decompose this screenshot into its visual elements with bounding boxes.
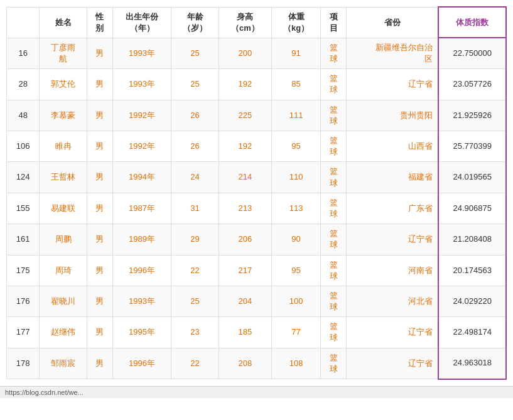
cell-sport: 篮球 — [321, 38, 347, 68]
cell-sport: 篮球 — [321, 224, 347, 255]
col-header-gender: 性别 — [87, 7, 113, 38]
table-row: 124王哲林男1994年24214110篮球福建省24.019565 — [7, 162, 507, 193]
col-header-province: 省份 — [347, 7, 439, 38]
table-row: 48李慕豪男1992年26225111篮球贵州贵阳21.925926 — [7, 100, 507, 131]
cell-sport: 篮球 — [321, 100, 347, 131]
col-header-sport: 项目 — [321, 7, 347, 38]
table-row: 176翟晓川男1993年25204100篮球河北省24.029220 — [7, 286, 507, 316]
cell-province: 辽宁省 — [347, 317, 439, 348]
cell-weight: 108 — [271, 348, 321, 379]
cell-birth_year: 1995年 — [112, 317, 171, 348]
cell-bmi: 24.019565 — [438, 162, 506, 193]
cell-name: 翟晓川 — [40, 286, 87, 316]
cell-birth_year: 1996年 — [112, 255, 171, 286]
cell-age: 29 — [171, 224, 219, 255]
cell-weight: 90 — [271, 224, 321, 255]
cell-province: 山西省 — [347, 131, 439, 162]
cell-age: 26 — [171, 100, 219, 131]
cell-name: 睢冉 — [40, 131, 87, 162]
cell-birth_year: 1993年 — [112, 286, 171, 316]
cell-gender: 男 — [87, 224, 113, 255]
cell-id: 16 — [7, 38, 40, 68]
cell-gender: 男 — [87, 38, 113, 68]
cell-height: 185 — [219, 317, 272, 348]
cell-height: 214 — [219, 162, 272, 193]
cell-province: 新疆维吾尔自治区 — [347, 38, 439, 68]
cell-gender: 男 — [87, 69, 113, 100]
cell-weight: 77 — [271, 317, 321, 348]
table-row: 178邹雨宸男1996年22208108篮球辽宁省24.963018 — [7, 348, 507, 379]
cell-gender: 男 — [87, 348, 113, 379]
cell-name: 赵继伟 — [40, 317, 87, 348]
table-row: 28郭艾伦男1993年2519285篮球辽宁省23.057726 — [7, 69, 507, 100]
cell-name: 丁彦雨航 — [40, 38, 87, 68]
cell-gender: 男 — [87, 162, 113, 193]
cell-weight: 95 — [271, 255, 321, 286]
cell-name: 周鹏 — [40, 224, 87, 255]
cell-gender: 男 — [87, 255, 113, 286]
cell-bmi: 23.057726 — [438, 69, 506, 100]
cell-height: 192 — [219, 69, 272, 100]
cell-province: 河南省 — [347, 255, 439, 286]
table-row: 16丁彦雨航男1993年2520091篮球新疆维吾尔自治区22.750000 — [7, 38, 507, 68]
table-header-row: 姓名 性别 出生年份（年） 年龄（岁） 身高（cm） 体重（kg） 项目 省份 … — [7, 7, 507, 38]
cell-birth_year: 1989年 — [112, 224, 171, 255]
cell-sport: 篮球 — [321, 317, 347, 348]
cell-birth_year: 1993年 — [112, 38, 171, 68]
cell-bmi: 21.208408 — [438, 224, 506, 255]
cell-province: 河北省 — [347, 286, 439, 316]
cell-weight: 100 — [271, 286, 321, 316]
cell-birth_year: 1992年 — [112, 100, 171, 131]
cell-age: 26 — [171, 131, 219, 162]
table-body: 16丁彦雨航男1993年2520091篮球新疆维吾尔自治区22.75000028… — [7, 38, 507, 379]
cell-weight: 91 — [271, 38, 321, 68]
cell-sport: 篮球 — [321, 286, 347, 316]
cell-sport: 篮球 — [321, 162, 347, 193]
cell-weight: 95 — [271, 131, 321, 162]
cell-height: 213 — [219, 193, 272, 223]
cell-province: 辽宁省 — [347, 224, 439, 255]
cell-age: 22 — [171, 255, 219, 286]
col-header-bmi: 体质指数 — [438, 7, 506, 38]
cell-id: 124 — [7, 162, 40, 193]
cell-height: 225 — [219, 100, 272, 131]
col-header-age: 年龄（岁） — [171, 7, 219, 38]
table-row: 161周鹏男1989年2920690篮球辽宁省21.208408 — [7, 224, 507, 255]
cell-age: 22 — [171, 348, 219, 379]
cell-birth_year: 1992年 — [112, 131, 171, 162]
cell-name: 郭艾伦 — [40, 69, 87, 100]
cell-gender: 男 — [87, 286, 113, 316]
cell-bmi: 24.029220 — [438, 286, 506, 316]
table-wrapper: 姓名 性别 出生年份（年） 年龄（岁） 身高（cm） 体重（kg） 项目 省份 … — [0, 0, 513, 386]
cell-age: 25 — [171, 69, 219, 100]
cell-name: 王哲林 — [40, 162, 87, 193]
table-row: 106睢冉男1992年2619295篮球山西省25.770399 — [7, 131, 507, 162]
cell-name: 易建联 — [40, 193, 87, 223]
cell-name: 李慕豪 — [40, 100, 87, 131]
cell-height: 208 — [219, 348, 272, 379]
col-header-height: 身高（cm） — [219, 7, 272, 38]
table-row: 177赵继伟男1995年2318577篮球辽宁省22.498174 — [7, 317, 507, 348]
cell-gender: 男 — [87, 131, 113, 162]
cell-age: 23 — [171, 317, 219, 348]
cell-id: 178 — [7, 348, 40, 379]
cell-bmi: 20.174563 — [438, 255, 506, 286]
cell-birth_year: 1994年 — [112, 162, 171, 193]
cell-id: 28 — [7, 69, 40, 100]
cell-age: 25 — [171, 286, 219, 316]
cell-birth_year: 1996年 — [112, 348, 171, 379]
status-bar: https://blog.csdn.net/we... — [0, 386, 513, 398]
col-header-id — [7, 7, 40, 38]
cell-gender: 男 — [87, 317, 113, 348]
cell-sport: 篮球 — [321, 131, 347, 162]
col-header-birth-year: 出生年份（年） — [112, 7, 171, 38]
cell-sport: 篮球 — [321, 193, 347, 223]
cell-bmi: 22.498174 — [438, 317, 506, 348]
cell-gender: 男 — [87, 100, 113, 131]
cell-province: 贵州贵阳 — [347, 100, 439, 131]
cell-name: 邹雨宸 — [40, 348, 87, 379]
table-row: 155易建联男1987年31213113篮球广东省24.906875 — [7, 193, 507, 223]
cell-age: 31 — [171, 193, 219, 223]
cell-sport: 篮球 — [321, 348, 347, 379]
cell-bmi: 24.963018 — [438, 348, 506, 379]
